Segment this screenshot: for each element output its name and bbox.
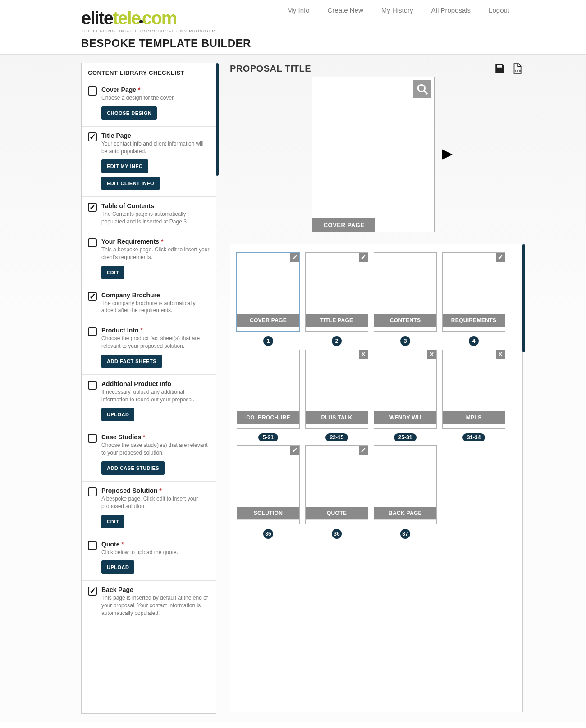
page-number-badge: 3 — [400, 336, 410, 346]
checkbox[interactable] — [88, 587, 97, 596]
checklist-desc: This page is inserted by default at the … — [101, 594, 210, 617]
close-icon[interactable]: X — [359, 350, 368, 359]
checklist-desc: Your contact info and client information… — [101, 140, 210, 155]
nav-all-proposals[interactable]: All Proposals — [431, 6, 471, 14]
page-card-label: COVER PAGE — [237, 314, 299, 327]
edit-button[interactable]: EDIT — [101, 266, 124, 279]
upload-button[interactable]: UPLOAD — [101, 408, 134, 421]
checklist-title: Product Info * — [101, 327, 210, 334]
svg-text:PDF: PDF — [515, 69, 522, 73]
checklist-title: Table of Contents — [101, 202, 210, 209]
close-icon[interactable]: X — [496, 350, 505, 359]
page-number-badge: 36 — [332, 529, 342, 539]
nav-logout[interactable]: Logout — [489, 6, 509, 14]
checkbox[interactable] — [88, 381, 97, 390]
brand-tagline: THE LEADING UNIFIED COMMUNICATIONS PROVI… — [81, 29, 251, 33]
page-card[interactable]: QUOTE — [305, 445, 368, 524]
page-card[interactable]: XWENDY WU — [374, 350, 437, 429]
checkbox[interactable] — [88, 238, 97, 247]
checklist-desc: Choose the case study(ies) that are rele… — [101, 441, 210, 457]
checkbox[interactable] — [88, 487, 97, 496]
choose-design-button[interactable]: CHOOSE DESIGN — [101, 106, 157, 120]
sidebar-scrollbar[interactable] — [216, 63, 219, 176]
page-card[interactable]: CONTENTS — [374, 252, 437, 332]
checklist-title: Proposed Solution * — [101, 487, 210, 494]
checklist-title: Your Requirements * — [101, 238, 210, 245]
edit-icon[interactable] — [496, 253, 505, 262]
preview-page[interactable]: COVER PAGE — [312, 77, 435, 232]
upload-button[interactable]: UPLOAD — [101, 560, 134, 574]
page-card[interactable]: CO. BROCHURE — [237, 350, 300, 429]
save-icon[interactable] — [494, 63, 506, 74]
checklist-item: Title PageYour contact info and client i… — [82, 126, 216, 197]
checkbox[interactable] — [88, 203, 97, 212]
page-card[interactable]: REQUIREMENTS — [442, 252, 505, 332]
page-card-label: CONTENTS — [374, 314, 436, 327]
nav-my-info[interactable]: My Info — [287, 6, 309, 14]
checklist-item: Quote *Click below to upload the quote.U… — [82, 535, 216, 581]
checklist-title: Case Studies * — [101, 433, 210, 441]
close-icon[interactable]: X — [427, 350, 436, 359]
zoom-icon[interactable] — [413, 80, 431, 98]
page-card-label: QUOTE — [306, 507, 368, 519]
sidebar-heading: CONTENT LIBRARY CHECKLIST — [82, 63, 216, 81]
page-number-badge: 22-15 — [325, 433, 348, 441]
page-card[interactable]: XPLUS TALK — [305, 350, 368, 429]
add-fact-sheets-button[interactable]: ADD FACT SHEETS — [101, 355, 162, 368]
checklist-item: Back PageThis page is inserted by defaul… — [82, 580, 216, 623]
checklist-item: Product Info *Choose the product fact sh… — [82, 321, 216, 374]
page-number-badge: 25-31 — [394, 433, 417, 441]
main-panel: PROPOSAL TITLE PDF COVER PAGE — [230, 63, 523, 714]
checkbox[interactable] — [88, 292, 97, 301]
checklist-title: Cover Page * — [101, 86, 210, 93]
checklist-desc: If necessary, upload any additional info… — [101, 388, 210, 404]
checklist-title: Title Page — [101, 132, 210, 139]
checklist-item: Additional Product InfoIf necessary, upl… — [82, 374, 216, 428]
page-card[interactable]: TITLE PAGE — [305, 252, 368, 332]
checklist-item: Table of ContentsThe Contents page is au… — [82, 196, 216, 232]
page-card[interactable]: BACK PAGE — [374, 445, 437, 524]
page-card[interactable]: SOLUTION — [237, 445, 300, 524]
page-number-badge: 1 — [263, 336, 273, 346]
page-card-label: WENDY WU — [374, 411, 436, 424]
checkbox[interactable] — [88, 434, 97, 443]
checkbox[interactable] — [88, 86, 97, 96]
add-case-studies-button[interactable]: ADD CASE STUDIES — [101, 461, 165, 475]
page-grid: COVER PAGE1TITLE PAGE2CONTENTS3REQUIREME… — [230, 244, 523, 712]
pdf-icon[interactable]: PDF — [511, 63, 523, 74]
page-card[interactable]: XMPLS — [442, 350, 505, 429]
nav-my-history[interactable]: My History — [381, 6, 413, 14]
checkbox[interactable] — [88, 132, 97, 141]
nav-create-new[interactable]: Create New — [328, 6, 363, 14]
checklist-desc: Choose the product fact sheet(s) that ar… — [101, 335, 210, 350]
svg-line-3 — [424, 91, 427, 94]
page-number-badge: 2 — [332, 336, 342, 346]
page-number-badge: 35 — [263, 529, 273, 539]
checklist-desc: The company brochure is automatically ad… — [101, 300, 210, 315]
edit-client-info-button[interactable]: EDIT CLIENT INFO — [101, 177, 160, 190]
edit-icon[interactable] — [359, 253, 368, 262]
checkbox[interactable] — [88, 327, 97, 336]
page-number-badge: 37 — [400, 529, 410, 539]
grid-scrollbar[interactable] — [522, 244, 525, 352]
checklist-desc: The Contents page is automatically popul… — [101, 210, 210, 226]
checkbox[interactable] — [88, 541, 97, 550]
topbar: elitetelecom THE LEADING UNIFIED COMMUNI… — [0, 0, 586, 50]
checklist-title: Quote * — [101, 541, 210, 548]
page-card-label: REQUIREMENTS — [443, 314, 505, 327]
logo: elitetelecom — [81, 9, 251, 27]
edit-icon[interactable] — [359, 446, 368, 455]
page-card[interactable]: COVER PAGE — [237, 252, 300, 332]
checklist-item: Your Requirements *This a bespoke page. … — [82, 232, 216, 286]
page-card-label: BACK PAGE — [374, 507, 436, 519]
edit-icon[interactable] — [290, 446, 299, 455]
next-arrow-icon[interactable] — [442, 149, 453, 160]
page-subtitle: BESPOKE TEMPLATE BUILDER — [81, 37, 251, 50]
checklist-desc: A bespoke page. Click edit to insert you… — [101, 495, 210, 510]
page-card-label: SOLUTION — [237, 507, 299, 519]
checklist-title: Additional Product Info — [101, 380, 210, 387]
edit-button[interactable]: EDIT — [101, 515, 124, 528]
edit-icon[interactable] — [290, 253, 299, 262]
edit-my-info-button[interactable]: EDIT MY INFO — [101, 159, 148, 173]
page-number-badge: 4 — [469, 336, 479, 346]
